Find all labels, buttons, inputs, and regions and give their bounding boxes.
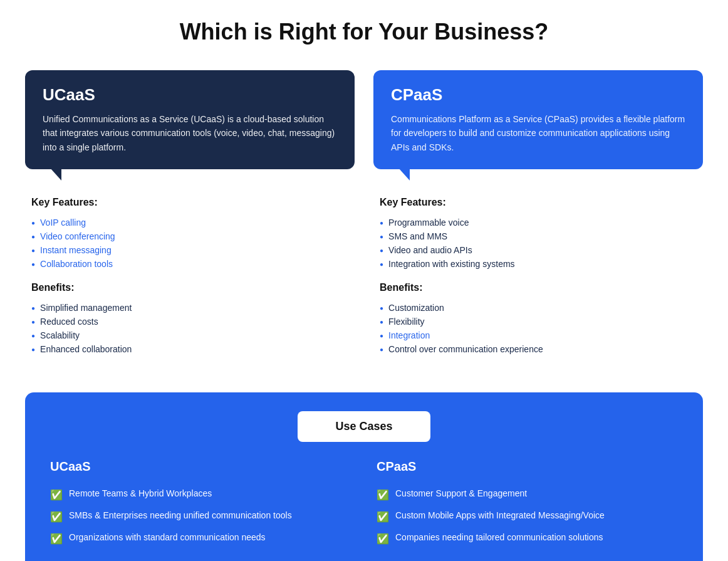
list-item: Instant messaging bbox=[31, 243, 348, 257]
list-item: Simplified management bbox=[31, 301, 348, 315]
use-cases-ucaas-list: ✅ Remote Teams & Hybrid Workplaces ✅ SMB… bbox=[50, 484, 351, 550]
list-item: Collaboration tools bbox=[31, 257, 348, 271]
list-item: Programmable voice bbox=[380, 216, 697, 229]
cpaas-benefits-heading: Benefits: bbox=[380, 282, 697, 293]
page-title: Which is Right for Your Business? bbox=[25, 19, 703, 45]
list-item: ✅ SMBs & Enterprises needing unified com… bbox=[50, 506, 351, 528]
cpaas-description: Communications Platform as a Service (CP… bbox=[391, 112, 685, 154]
list-item: ✅ Custom Mobile Apps with Integrated Mes… bbox=[377, 506, 678, 528]
list-item: ✅ Organizations with standard communicat… bbox=[50, 528, 351, 550]
use-cases-ucaas-col: UCaaS ✅ Remote Teams & Hybrid Workplaces… bbox=[50, 459, 351, 550]
ucaas-benefits-heading: Benefits: bbox=[31, 282, 348, 293]
list-item: Control over communication experience bbox=[380, 342, 697, 356]
list-item: ✅ Customer Support & Engagement bbox=[377, 484, 678, 506]
ucaas-key-features-list: VoIP calling Video conferencing Instant … bbox=[31, 216, 348, 271]
cpaas-key-features-heading: Key Features: bbox=[380, 197, 697, 208]
cpaas-features-section: Key Features: Programmable voice SMS and… bbox=[373, 182, 703, 374]
use-cases-header: Use Cases bbox=[50, 411, 678, 442]
check-icon: ✅ bbox=[50, 532, 63, 547]
comparison-row: UCaaS Unified Communications as a Servic… bbox=[25, 70, 703, 374]
check-icon: ✅ bbox=[377, 510, 389, 525]
use-cases-columns: UCaaS ✅ Remote Teams & Hybrid Workplaces… bbox=[50, 459, 678, 550]
cpaas-bubble: CPaaS Communications Platform as a Servi… bbox=[373, 70, 703, 169]
check-icon: ✅ bbox=[377, 488, 389, 503]
use-cases-section: Use Cases UCaaS ✅ Remote Teams & Hybrid … bbox=[25, 392, 703, 561]
use-cases-cpaas-list: ✅ Customer Support & Engagement ✅ Custom… bbox=[377, 484, 678, 550]
check-icon: ✅ bbox=[50, 488, 63, 503]
list-item: ✅ Remote Teams & Hybrid Workplaces bbox=[50, 484, 351, 506]
ucaas-key-features-heading: Key Features: bbox=[31, 197, 348, 208]
use-cases-cpaas-col: CPaaS ✅ Customer Support & Engagement ✅ … bbox=[377, 459, 678, 550]
cpaas-column: CPaaS Communications Platform as a Servi… bbox=[373, 70, 703, 374]
list-item: Scalability bbox=[31, 328, 348, 342]
use-cases-badge: Use Cases bbox=[298, 411, 430, 442]
ucaas-title: UCaaS bbox=[43, 85, 337, 105]
cpaas-key-features-list: Programmable voice SMS and MMS Video and… bbox=[380, 216, 697, 271]
cpaas-benefits-list: Customization Flexibility Integration Co… bbox=[380, 301, 697, 356]
use-cases-ucaas-title: UCaaS bbox=[50, 459, 351, 474]
list-item: Integration with existing systems bbox=[380, 257, 697, 271]
cpaas-title: CPaaS bbox=[391, 85, 685, 105]
ucaas-column: UCaaS Unified Communications as a Servic… bbox=[25, 70, 355, 374]
ucaas-features-section: Key Features: VoIP calling Video confere… bbox=[25, 182, 355, 374]
ucaas-description: Unified Communications as a Service (UCa… bbox=[43, 112, 337, 154]
list-item: ✅ Companies needing tailored communicati… bbox=[377, 528, 678, 550]
list-item: Integration bbox=[380, 328, 697, 342]
list-item: Customization bbox=[380, 301, 697, 315]
list-item: Reduced costs bbox=[31, 315, 348, 328]
ucaas-bubble: UCaaS Unified Communications as a Servic… bbox=[25, 70, 355, 169]
check-icon: ✅ bbox=[50, 510, 63, 525]
check-icon: ✅ bbox=[377, 532, 389, 547]
list-item: Enhanced collaboration bbox=[31, 342, 348, 356]
list-item: Flexibility bbox=[380, 315, 697, 328]
list-item: SMS and MMS bbox=[380, 229, 697, 243]
list-item: Video conferencing bbox=[31, 229, 348, 243]
list-item: Video and audio APIs bbox=[380, 243, 697, 257]
list-item: VoIP calling bbox=[31, 216, 348, 229]
use-cases-cpaas-title: CPaaS bbox=[377, 459, 678, 474]
ucaas-benefits-list: Simplified management Reduced costs Scal… bbox=[31, 301, 348, 356]
